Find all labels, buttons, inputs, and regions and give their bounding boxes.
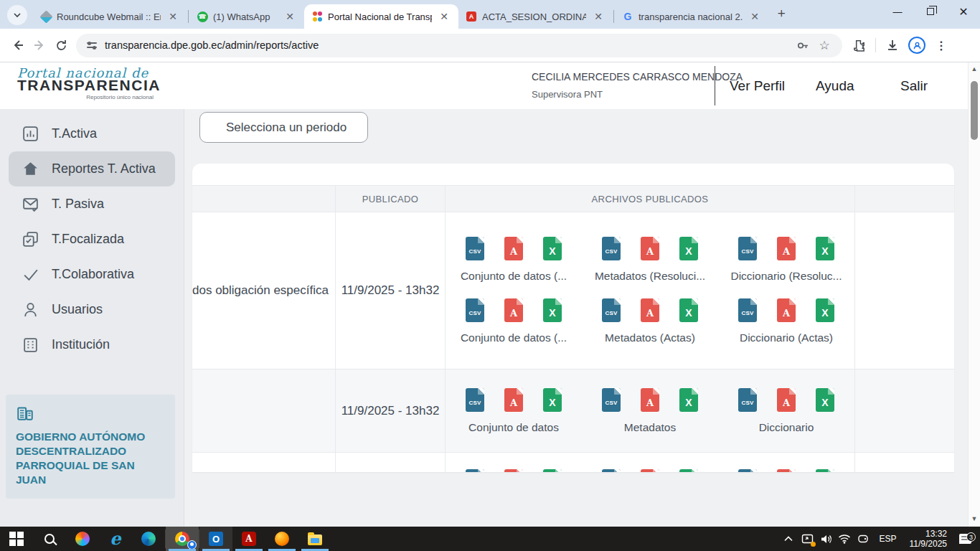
file-group-label[interactable]: Metadatos (Actas)	[605, 331, 695, 344]
sidebar-item-t-colaborativa[interactable]: T.Colaborativa	[9, 257, 175, 292]
xls-file-icon[interactable]: X	[543, 388, 562, 412]
start-button[interactable]	[0, 527, 33, 551]
reload-button[interactable]	[50, 34, 72, 56]
volume-icon[interactable]	[817, 530, 834, 547]
extensions-icon[interactable]	[848, 34, 870, 56]
taskbar-acrobat-button[interactable]: A	[232, 527, 265, 551]
notification-center-button[interactable]: 3	[954, 534, 976, 544]
taskbar-chrome-button[interactable]	[166, 527, 199, 551]
taskbar-copilot-button[interactable]	[66, 527, 99, 551]
page-scrollbar[interactable]: ▲ ▼	[968, 62, 980, 527]
pdf-file-icon[interactable]: A	[641, 469, 659, 472]
pdf-file-icon[interactable]: A	[504, 298, 523, 322]
file-group-label[interactable]: Metadatos	[624, 421, 676, 434]
browser-menu-icon[interactable]: ⋮	[930, 34, 952, 56]
xls-file-icon[interactable]: X	[816, 388, 834, 412]
clock[interactable]: 13:32 11/9/2025	[904, 529, 953, 549]
pdf-file-icon[interactable]: A	[777, 298, 796, 322]
tab-close-button[interactable]: ✕	[283, 10, 297, 23]
xls-file-icon[interactable]: X	[679, 388, 698, 412]
xls-file-icon[interactable]: X	[543, 237, 562, 260]
csv-file-icon[interactable]: CSV	[466, 237, 484, 260]
csv-file-icon[interactable]: CSV	[466, 298, 484, 322]
pdf-file-icon[interactable]: A	[504, 469, 523, 472]
tray-chevron-up-icon[interactable]	[780, 530, 797, 547]
xls-file-icon[interactable]: X	[816, 469, 834, 472]
file-group-label[interactable]: Conjunto de datos	[468, 421, 559, 434]
tab-acta-pdf[interactable]: A ACTA_SESION_ORDINARIA.p ✕	[458, 4, 613, 29]
language-indicator[interactable]: ESP	[873, 534, 902, 544]
tab-close-button[interactable]: ✕	[166, 10, 180, 23]
taskbar-outlook-button[interactable]: O	[199, 527, 232, 551]
ayuda-link[interactable]: Ayuda	[816, 78, 854, 94]
profile-avatar-icon[interactable]	[906, 34, 928, 56]
sidebar-item-reportes-t-activa[interactable]: Reportes T. Activa	[9, 151, 175, 187]
file-group-label[interactable]: Diccionario (Resoluc...	[730, 270, 842, 283]
scrollbar-thumb[interactable]	[971, 81, 978, 140]
scroll-up-icon[interactable]: ▲	[971, 65, 978, 72]
taskbar-search-button[interactable]	[33, 527, 66, 551]
wifi-icon[interactable]	[836, 530, 853, 547]
csv-file-icon[interactable]: CSV	[738, 298, 757, 322]
tab-close-button[interactable]: ✕	[591, 10, 606, 23]
file-group-label[interactable]: Diccionario	[759, 421, 814, 434]
tab-whatsapp[interactable]: ☎ (1) WhatsApp ✕	[189, 4, 304, 29]
csv-file-icon[interactable]: CSV	[602, 469, 621, 472]
pdf-file-icon[interactable]: A	[504, 388, 523, 412]
period-select[interactable]: Selecciona un periodo	[199, 112, 368, 143]
file-group-label[interactable]: Conjunto de datos (...	[461, 331, 567, 344]
pdf-file-icon[interactable]: A	[641, 388, 659, 412]
file-group-label[interactable]: Conjunto de datos (...	[461, 270, 567, 283]
tab-google-search[interactable]: G transparencia nacional 2.0 - ✕	[615, 4, 769, 29]
new-tab-button[interactable]: ＋	[775, 4, 788, 22]
csv-file-icon[interactable]: CSV	[738, 237, 757, 260]
csv-file-icon[interactable]: CSV	[738, 469, 757, 472]
institution-card[interactable]: GOBIERNO AUTÓNOMO DESCENTRALIZADO PARROQ…	[6, 395, 175, 499]
csv-file-icon[interactable]: CSV	[602, 237, 621, 260]
csv-file-icon[interactable]: CSV	[466, 388, 484, 412]
address-bar[interactable]: transparencia.dpe.gob.ec/admin/reports/a…	[76, 34, 842, 57]
xls-file-icon[interactable]: X	[543, 298, 562, 322]
sidebar-item-usuarios[interactable]: Usuarios	[9, 292, 175, 327]
tab-close-button[interactable]: ✕	[748, 10, 762, 23]
salir-link[interactable]: Salir	[900, 78, 928, 94]
downloads-icon[interactable]	[882, 34, 903, 56]
csv-file-icon[interactable]: CSV	[602, 298, 621, 322]
pdf-file-icon[interactable]: A	[641, 237, 659, 260]
tab-roundcube[interactable]: Roundcube Webmail :: Entra ✕	[33, 4, 187, 29]
ver-perfil-link[interactable]: Ver Perfil	[730, 78, 785, 94]
tab-portal-active[interactable]: Portal Nacional de Transpare ✕	[304, 4, 458, 29]
site-info-icon[interactable]	[86, 39, 98, 51]
xls-file-icon[interactable]: X	[543, 469, 562, 472]
password-key-icon[interactable]	[792, 34, 814, 56]
pdf-file-icon[interactable]: A	[777, 469, 796, 472]
sidebar-item-t-activa[interactable]: T.Activa	[9, 116, 175, 151]
xls-file-icon[interactable]: X	[679, 298, 698, 322]
forward-button[interactable]	[29, 34, 50, 56]
close-button[interactable]: ✕	[947, 0, 980, 23]
taskbar-ie-button[interactable]: e	[99, 527, 132, 551]
taskbar-firefox-button[interactable]	[265, 527, 298, 551]
sidebar-item-t-focalizada[interactable]: T.Focalizada	[9, 222, 175, 257]
pdf-file-icon[interactable]: A	[641, 298, 659, 322]
scroll-down-icon[interactable]: ▼	[971, 515, 978, 522]
xls-file-icon[interactable]: X	[816, 237, 834, 260]
pdf-file-icon[interactable]: A	[777, 388, 796, 412]
tab-search-button[interactable]	[7, 5, 27, 25]
sidebar-item-institucion[interactable]: Institución	[9, 327, 175, 362]
pdf-file-icon[interactable]: A	[777, 237, 796, 260]
sidebar-item-t-pasiva[interactable]: T. Pasiva	[9, 187, 175, 222]
back-button[interactable]	[7, 34, 29, 56]
csv-file-icon[interactable]: CSV	[602, 388, 621, 412]
csv-file-icon[interactable]: CSV	[466, 469, 484, 472]
file-group-label[interactable]: Diccionario (Actas)	[740, 331, 833, 344]
url-text[interactable]: transparencia.dpe.gob.ec/admin/reports/a…	[105, 39, 792, 51]
minimize-button[interactable]: —	[881, 0, 914, 23]
tab-close-button[interactable]: ✕	[437, 10, 451, 23]
pdf-file-icon[interactable]: A	[504, 237, 523, 260]
file-group-label[interactable]: Metadatos (Resoluci...	[595, 270, 705, 283]
xls-file-icon[interactable]: X	[816, 298, 834, 322]
restore-button[interactable]	[914, 0, 947, 23]
csv-file-icon[interactable]: CSV	[738, 388, 757, 412]
xls-file-icon[interactable]: X	[679, 469, 698, 472]
